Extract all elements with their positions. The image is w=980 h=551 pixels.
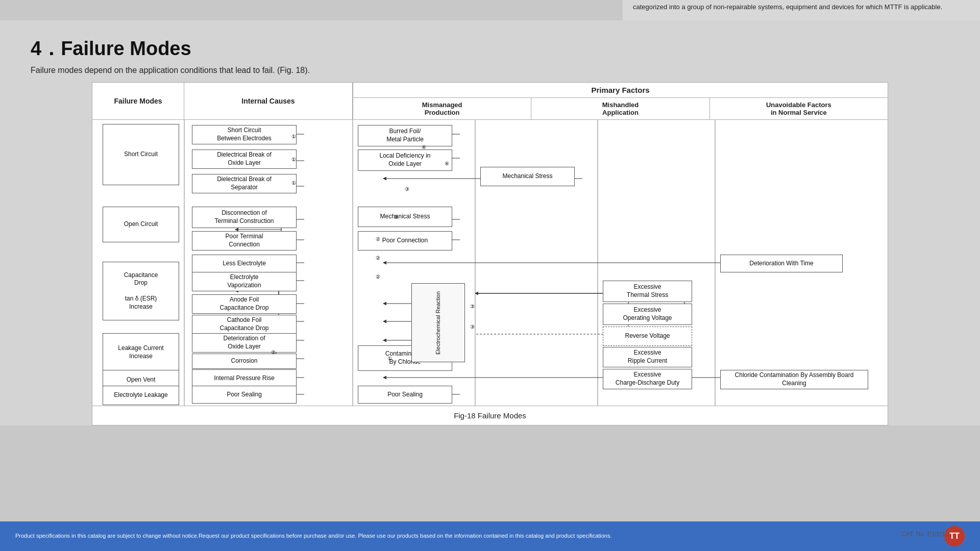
top-bar-text: categorized into a group of non-repairab… [633,3,942,11]
header-internal-causes: Internal Causes [184,83,353,119]
box-less-electrolyte: Less Electrolyte [192,255,297,272]
box-cathode-foil: Cathode FoilCapacitance Drop [192,315,297,334]
box-disconnection-terminal: Disconnection ofTerminal Construction [192,207,297,228]
figure-caption: Fig-18 Failure Modes [92,406,888,425]
box-electrolyte-vaporization: ElectrolyteVaporization [192,272,297,291]
main-content: 4．Failure Modes Failure modes depend on … [0,20,980,425]
box-reverse-voltage: Reverse Voltage [603,327,692,346]
box-deterioration-time: Deterioration With Time [720,255,843,272]
subtitle: Failure modes depend on the application … [31,66,949,75]
circle-3c: ③ [470,304,475,309]
box-mechanical-stress-open: Mechanical Stress [358,207,452,227]
circle-4a: ④ [422,144,426,150]
box-corrosion: Corrosion [192,354,297,369]
circle-2d: ② [271,349,276,355]
box-internal-pressure-rise: Internal Pressure Rise [192,369,297,387]
box-anode-foil: Anode FoilCapacitance Drop [192,294,297,314]
box-open-circuit: Open Circuit [103,207,179,242]
box-dielectrical-break-separator: Dielectrical Break ofSeparator [192,174,297,193]
circle-1-corrosion: ① [387,356,392,361]
box-excessive-ripple-current: ExcessiveRipple Current [603,347,692,367]
box-local-deficiency: Local Deficiency inOxide Layer [358,149,452,171]
header-primary-inner: MismanagedProduction MishandledApplicati… [353,98,888,119]
diagram-body: Short Circuit Open Circuit CapacitanceDr… [92,120,888,406]
table-header: Failure Modes Internal Causes Primary Fa… [92,83,888,120]
box-excessive-operating-voltage: ExcessiveOperating Voltage [603,304,692,325]
circle-1b: ① [291,157,296,162]
box-mechanical-stress-mismanaged: Mechanical Stress [480,167,575,186]
box-capacitance-drop: CapacitanceDroptan δ (ESR)Increase [103,262,179,320]
box-burred-foil: Burred Foil/Metal Particle [358,125,452,146]
header-sub-mishandled: MishandledApplication [531,98,709,119]
circle-4b: ④ [445,161,449,166]
box-electrolyte-leakage: Electrolyte Leakage [103,386,179,405]
bottom-bar: Product specifications in this catalog a… [0,521,980,551]
circle-1c: ① [291,180,296,186]
box-poor-terminal-connection: Poor TerminalConnection [192,231,297,251]
bottom-bar-text: Product specifications in this catalog a… [15,532,612,540]
circle-2a: ② [376,236,380,242]
box-short-circuit-between-electrodes: Short CircuitBetween Electrodes [192,125,297,144]
box-excessive-thermal-stress: ExcessiveThermal Stress [603,281,692,302]
box-poor-connection: Poor Connection [358,231,452,251]
box-poor-sealing-mismanaged: Poor Sealing [358,386,452,404]
section-title: 4．Failure Modes [31,38,191,59]
circle-1a: ① [291,134,296,139]
circle-3b: ③ [394,214,398,220]
box-poor-sealing-internal: Poor Sealing [192,386,297,404]
diagram-container: Failure Modes Internal Causes Primary Fa… [92,82,888,425]
box-excessive-charge-discharge: ExcessiveCharge-Discharge Duty [603,369,692,389]
box-short-circuit: Short Circuit [103,124,179,185]
box-deterioration-oxide: Deterioration ofOxide Layer [192,333,297,353]
box-leakage-current: Leakage CurrentIncrease [103,333,179,371]
cat-no: CAT. No. E1001U [901,531,949,538]
circle-2b: ② [376,255,380,261]
box-chloride-contamination: Chloride Contamination By Assembly Board… [720,370,868,389]
circle-3d: ③ [470,324,475,330]
box-dielectrical-break-oxide: Dielectrical Break ofOxide Layer [192,149,297,169]
box-electrochemical-reaction: Electrochemical Reaction [411,283,465,362]
circle-3a: ③ [405,186,409,192]
header-sub-mismanaged: MismanagedProduction [353,98,531,119]
header-sub-unavoidable: Unavoidable Factorsin Normal Service [710,98,888,119]
header-failure-modes: Failure Modes [92,83,184,119]
circle-2c: ② [376,274,380,280]
header-primary-title: Primary Factors [353,83,888,98]
